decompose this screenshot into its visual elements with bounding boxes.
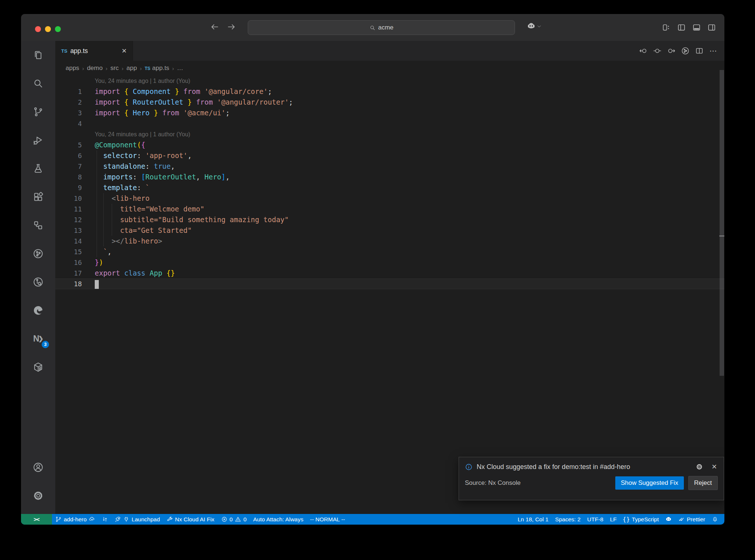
breadcrumb-separator: › <box>140 65 142 71</box>
title-bar: acme <box>21 14 724 41</box>
notification-close-icon[interactable]: ✕ <box>711 463 718 471</box>
more-actions-button[interactable]: ⋯ <box>709 46 718 55</box>
compare-vertical-icon <box>102 516 108 522</box>
code-editor[interactable]: You, 24 minutes ago | 1 author (You)1imp… <box>55 76 724 514</box>
activity-item-edge-devtools[interactable] <box>21 296 55 325</box>
zoom-window-button[interactable] <box>55 26 61 32</box>
status-auto-attach[interactable]: Auto Attach: Always <box>250 514 307 525</box>
activity-item-nx-console[interactable]: N❯3 <box>21 325 55 353</box>
remote-indicator[interactable]: >< <box>21 514 52 525</box>
copilot-icon <box>665 516 672 522</box>
copilot-menu[interactable] <box>527 22 542 31</box>
search-icon <box>32 78 44 89</box>
activity-item-source-control[interactable] <box>21 98 55 126</box>
breadcrumb-item-app-ts[interactable]: TSapp.ts <box>145 64 169 72</box>
activity-item-testing[interactable] <box>21 154 55 183</box>
status-git-branch[interactable]: add-hero <box>52 514 98 525</box>
forward-button[interactable] <box>227 22 236 32</box>
split-editor-button[interactable] <box>695 46 704 55</box>
code-line-5: 5@Component({ <box>55 140 724 150</box>
status-git-compare[interactable] <box>98 514 111 525</box>
status-vim-mode[interactable]: -- NORMAL -- <box>307 514 348 525</box>
activity-item-run-and-debug[interactable] <box>21 126 55 154</box>
toggle-secondary-sidebar-button[interactable] <box>707 23 716 32</box>
tab-app-ts[interactable]: TS app.ts ✕ <box>55 41 133 61</box>
git-blame-codelens[interactable]: You, 24 minutes ago | 1 author (You) <box>95 131 190 138</box>
typescript-file-icon: TS <box>61 48 67 54</box>
line-number: 11 <box>55 205 95 213</box>
line-number: 14 <box>55 237 95 245</box>
search-value: acme <box>378 24 394 31</box>
braces-icon: {} <box>623 516 630 522</box>
status-launchpad[interactable]: Launchpad <box>111 514 163 525</box>
activity-item-search[interactable] <box>21 69 55 98</box>
gitlens-previous-change-button[interactable] <box>639 46 648 55</box>
line-number: 3 <box>55 109 95 117</box>
activity-item-explorer[interactable] <box>21 41 55 69</box>
scrollbar-thumb[interactable] <box>720 70 724 376</box>
breadcrumb-item-src[interactable]: src <box>110 64 119 72</box>
gitlens-next-change-button[interactable] <box>667 46 676 55</box>
status-nx-cloud-ai-fix[interactable]: Nx Cloud AI Fix <box>163 514 218 525</box>
breadcrumb-separator: › <box>172 65 174 71</box>
status-cursor-position[interactable]: Ln 18, Col 1 <box>514 514 552 525</box>
line-number: 2 <box>55 98 95 106</box>
gitlens-graph-button[interactable] <box>681 46 690 55</box>
minimize-window-button[interactable] <box>45 26 51 32</box>
vertical-scrollbar[interactable] <box>719 61 724 514</box>
scrollbar-marker <box>719 235 724 237</box>
status-text: add-hero <box>64 516 87 523</box>
toggle-primary-sidebar-button[interactable] <box>677 23 686 32</box>
status-end-of-line[interactable]: LF <box>607 514 620 525</box>
breadcrumb-item-app[interactable]: app <box>126 64 137 72</box>
toggle-panel-button[interactable] <box>692 23 701 32</box>
customize-layout-button[interactable] <box>662 23 671 32</box>
window-controls <box>35 26 61 32</box>
code-text: }) <box>95 257 103 268</box>
reject-button[interactable]: Reject <box>688 476 718 490</box>
show-suggested-fix-button[interactable]: Show Suggested Fix <box>615 476 684 490</box>
command-center-search[interactable]: acme <box>248 20 515 35</box>
cloud-upload-icon <box>89 516 95 522</box>
code-text: @Component({ <box>95 140 145 150</box>
breadcrumb-item--[interactable]: … <box>177 64 183 72</box>
gitlens-compare-button[interactable] <box>653 46 662 55</box>
git-blame-codelens[interactable]: You, 24 minutes ago | 1 author (You) <box>95 78 190 84</box>
line-number: 13 <box>55 227 95 234</box>
activity-item-manage[interactable] <box>21 482 55 510</box>
status-language-mode[interactable]: {}TypeScript <box>620 514 662 525</box>
notification-title: Nx Cloud suggested a fix for demo:test i… <box>477 463 692 471</box>
vim-block-cursor <box>95 280 99 289</box>
code-line-18: 18 <box>55 279 724 289</box>
activity-item-accounts[interactable] <box>21 453 55 482</box>
code-line-12: 12 subtitle="Build something amazing tod… <box>55 214 724 225</box>
status-problems[interactable]: 00 <box>218 514 250 525</box>
breadcrumb-item-apps[interactable]: apps <box>66 64 79 72</box>
notification-settings-icon[interactable] <box>696 463 703 470</box>
warning-icon <box>235 516 241 522</box>
code-line-4: 4 <box>55 118 724 129</box>
code-line-10: 10 <lib-hero <box>55 193 724 204</box>
code-line-8: 8 imports: [RouterOutlet, Hero], <box>55 172 724 182</box>
breadcrumb-item-demo[interactable]: demo <box>87 64 103 72</box>
code-line-3: 3import { Hero } from '@acme/ui'; <box>55 108 724 118</box>
status-copilot[interactable] <box>662 514 675 525</box>
code-text: `, <box>95 246 112 257</box>
code-line-9: 9 template: ` <box>55 182 724 193</box>
status-encoding[interactable]: UTF-8 <box>584 514 607 525</box>
activity-item-gitlens-inspect[interactable] <box>21 268 55 296</box>
close-tab-icon[interactable]: ✕ <box>120 46 128 56</box>
activity-item-gitlens[interactable] <box>21 239 55 268</box>
status-formatter[interactable]: ✓✓Prettier <box>675 514 709 525</box>
code-line-1: 1import { Component } from '@angular/cor… <box>55 86 724 97</box>
activity-item-extensions[interactable] <box>21 183 55 211</box>
activity-item-containers[interactable] <box>21 353 55 381</box>
tab-label: app.ts <box>70 47 117 55</box>
info-icon <box>465 463 473 471</box>
status-indentation[interactable]: Spaces: 2 <box>552 514 584 525</box>
status-notifications[interactable] <box>709 514 721 525</box>
back-button[interactable] <box>210 22 219 32</box>
activity-item-project-graph[interactable] <box>21 211 55 239</box>
close-window-button[interactable] <box>35 26 41 32</box>
line-number: 17 <box>55 269 95 277</box>
